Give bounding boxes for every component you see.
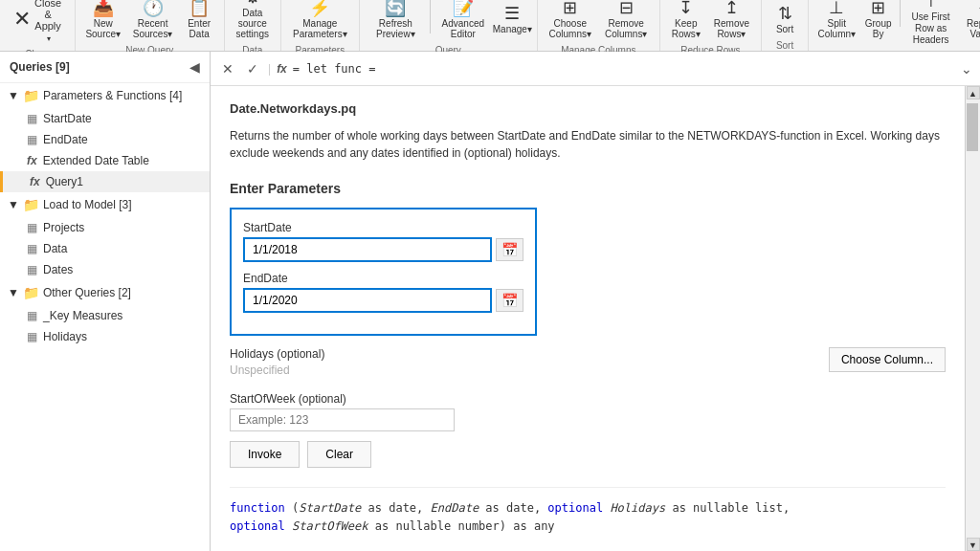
startdate-calendar-button[interactable]: 📅	[496, 238, 523, 261]
group-by-button[interactable]: ⊞ Group By	[861, 0, 896, 50]
split-column-button[interactable]: ⊥ Split Column▾	[814, 0, 859, 50]
use-first-row-button[interactable]: ⊤ Use First Row as Headers	[903, 0, 958, 50]
sidebar: Queries [9] ◀ ▼ 📁 Parameters & Functions…	[0, 52, 211, 551]
formula-bar-divider: |	[268, 62, 271, 76]
sort-icon: ⇅	[778, 5, 792, 22]
close-apply-icon: ✕	[13, 9, 31, 30]
fx-formula-label: fx	[277, 62, 287, 76]
manage-parameters-button[interactable]: ⚡ Manage Parameters▾	[287, 0, 353, 43]
scroll-down-button[interactable]: ▼	[967, 538, 980, 551]
formula-expand-button[interactable]: ⌄	[961, 61, 972, 77]
other-queries-group-header[interactable]: ▼ 📁 Other Queries [2]	[0, 280, 210, 305]
params-box: StartDate 📅 EndDate 📅	[230, 208, 537, 336]
replace-values-icon: ↔	[975, 0, 980, 16]
sidebar-collapse-button[interactable]: ◀	[189, 59, 200, 75]
startofweek-param-label: StartOfWeek (optional)	[230, 392, 946, 406]
recent-sources-button[interactable]: 🕐 Recent Sources▾	[126, 0, 179, 43]
data-source-settings-label: Data source settings	[236, 8, 269, 39]
remove-columns-button[interactable]: ⊟ Remove Columns▾	[599, 0, 654, 43]
data-source-icon: ⚙	[245, 0, 260, 6]
function-sig-line2: optional StartOfWeek as nullable number)…	[230, 518, 946, 536]
sidebar-item-enddate[interactable]: ▦ EndDate	[0, 129, 210, 150]
sidebar-item-holidays[interactable]: ▦ Holidays	[0, 326, 210, 347]
sort-button[interactable]: ⇅ Sort	[768, 1, 802, 38]
new-source-arrow: ▾	[116, 29, 121, 39]
scroll-thumb[interactable]	[967, 103, 978, 151]
invoke-button[interactable]: Invoke	[230, 441, 300, 468]
load-to-model-group-header[interactable]: ▼ 📁 Load to Model [3]	[0, 192, 210, 217]
enter-data-button[interactable]: 📋 Enter Data	[181, 0, 218, 43]
group-expand-icon2: ▼	[8, 198, 19, 211]
function-description: Returns the number of whole working days…	[230, 127, 946, 162]
toolbar: ✕ Close & Apply ▾ Close 📥 New Source▾ 🕐 …	[0, 0, 980, 52]
queries-title: Queries [9]	[10, 60, 70, 74]
formula-confirm-button[interactable]: ✓	[243, 59, 262, 78]
sidebar-item-dates[interactable]: ▦ Dates	[0, 259, 210, 280]
startdate-param: StartDate 📅	[243, 221, 523, 262]
choose-columns-label: Choose Columns	[549, 18, 587, 39]
table-icon-holidays: ▦	[27, 330, 37, 343]
sidebar-item-key-measures[interactable]: ▦ _Key Measures	[0, 305, 210, 326]
advanced-editor-button[interactable]: 📝 Advanced Editor	[434, 0, 492, 43]
new-source-label: New Source	[85, 18, 116, 39]
choose-columns-button[interactable]: ⊞ Choose Columns▾	[544, 0, 597, 43]
main-layout: Queries [9] ◀ ▼ 📁 Parameters & Functions…	[0, 52, 980, 551]
data-label: Data	[43, 242, 67, 255]
startdate-input[interactable]	[243, 237, 492, 262]
split-column-icon: ⊥	[829, 0, 844, 16]
recent-sources-icon: 🕐	[143, 0, 164, 16]
formula-cancel-button[interactable]: ✕	[218, 59, 237, 78]
sidebar-item-data[interactable]: ▦ Data	[0, 238, 210, 259]
remove-rows-button[interactable]: ↥ Remove Rows▾	[708, 0, 755, 43]
refresh-preview-button[interactable]: 🔄 Refresh Preview▾	[366, 0, 426, 43]
close-apply-button[interactable]: ✕ Close & Apply ▾	[6, 0, 69, 47]
group-expand-icon: ▼	[8, 89, 19, 102]
choose-column-button[interactable]: Choose Column...	[829, 347, 946, 372]
sidebar-item-query1[interactable]: fx Query1	[0, 171, 210, 192]
split-column-label: Split Column	[818, 18, 851, 39]
table-icon: ▦	[27, 112, 37, 125]
formula-bar-input[interactable]	[293, 62, 955, 76]
table-icon-key-measures: ▦	[27, 309, 37, 322]
optional-keyword2: optional	[230, 519, 285, 533]
group-by-icon: ⊞	[871, 0, 885, 16]
load-to-model-label: Load to Model [3]	[43, 198, 132, 211]
keep-rows-button[interactable]: ↧ Keep Rows▾	[666, 0, 706, 43]
close-apply-section: ✕ Close & Apply ▾ Close	[0, 0, 76, 51]
scroll-up-button[interactable]: ▲	[967, 86, 980, 99]
sidebar-item-projects[interactable]: ▦ Projects	[0, 217, 210, 238]
table-icon-projects: ▦	[27, 221, 37, 234]
table-icon-dates: ▦	[27, 263, 37, 276]
enddate-input[interactable]	[243, 288, 492, 313]
data-sources-section: ⚙ Data source settings Data Sources	[225, 0, 281, 51]
replace-values-button[interactable]: ↔ Replace Values	[960, 0, 980, 50]
function-title: Date.Networkdays.pq	[230, 101, 946, 116]
fx-icon-query1: fx	[30, 175, 40, 188]
function-sig-line1: function (StartDate as date, EndDate as …	[230, 499, 946, 518]
startofweek-param: StartOfWeek (optional)	[230, 392, 946, 431]
startofweek-input[interactable]	[230, 408, 455, 431]
refresh-preview-arrow: ▾	[411, 29, 415, 39]
sidebar-item-startdate[interactable]: ▦ StartDate	[0, 108, 210, 129]
new-query-section: 📥 New Source▾ 🕐 Recent Sources▾ 📋 Enter …	[76, 0, 224, 51]
startdate-label: StartDate	[43, 112, 92, 125]
holidays-row: Holidays (optional) Unspecified Choose C…	[230, 347, 946, 377]
data-source-settings-button[interactable]: ⚙ Data source settings	[231, 0, 275, 43]
sidebar-header: Queries [9] ◀	[0, 52, 210, 83]
scrollbar: ▲ ▼	[965, 86, 980, 551]
sort-section-label: Sort	[776, 40, 793, 51]
sidebar-item-extended-date-table[interactable]: fx Extended Date Table	[0, 150, 210, 171]
clear-button[interactable]: Clear	[307, 441, 371, 468]
optional-keyword1: optional	[547, 501, 603, 515]
manage-button[interactable]: ☰ Manage▾	[494, 0, 531, 43]
new-source-button[interactable]: 📥 New Source▾	[81, 0, 124, 43]
parameters-functions-group-header[interactable]: ▼ 📁 Parameters & Functions [4]	[0, 83, 210, 108]
extended-date-table-label: Extended Date Table	[43, 154, 149, 167]
manage-label: Manage	[493, 24, 527, 34]
recent-sources-arrow: ▾	[167, 29, 172, 39]
group-by-label: Group By	[865, 18, 892, 39]
content-inner: Date.Networkdays.pq Returns the number o…	[211, 86, 965, 551]
enddate-calendar-button[interactable]: 📅	[496, 289, 523, 312]
advanced-editor-icon: 📝	[453, 0, 474, 16]
holidays-placeholder: Unspecified	[230, 364, 324, 377]
